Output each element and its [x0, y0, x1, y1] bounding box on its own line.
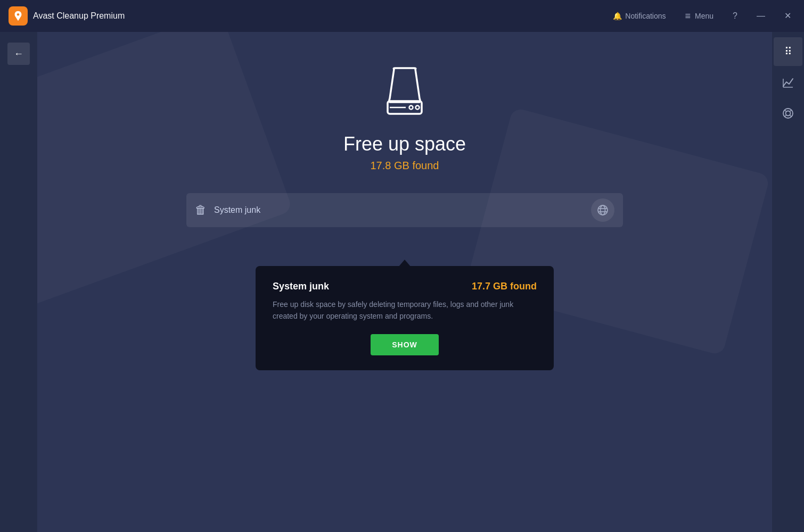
grid-icon: ⠿ — [784, 45, 792, 58]
svg-point-10 — [783, 109, 793, 118]
grid-view-button[interactable]: ⠿ — [774, 37, 802, 66]
svg-line-12 — [785, 110, 786, 112]
help-sidebar-button[interactable] — [774, 99, 802, 128]
menu-icon: ≡ — [685, 11, 692, 22]
svg-point-4 — [598, 205, 608, 215]
help-button[interactable]: ? — [728, 10, 742, 22]
tooltip-title: System junk — [273, 281, 329, 292]
titlebar: Avast Cleanup Premium 🔔 Notifications ≡ … — [0, 0, 804, 32]
show-button[interactable]: SHOW — [371, 334, 439, 355]
notifications-label: Notifications — [625, 12, 666, 20]
main-layout: ← Free up space 17.8 GB found — [0, 32, 804, 532]
avast-logo-icon — [12, 10, 24, 22]
titlebar-actions: 🔔 Notifications ≡ Menu ? — ✕ — [609, 9, 795, 24]
close-button[interactable]: ✕ — [780, 10, 795, 22]
tooltip-header: System junk 17.7 GB found — [273, 281, 537, 292]
svg-point-1 — [409, 106, 413, 110]
chart-icon — [782, 77, 794, 88]
tooltip-amount: 17.7 GB found — [472, 281, 537, 292]
life-preserver-icon — [782, 107, 794, 120]
menu-label: Menu — [695, 12, 713, 20]
svg-line-15 — [790, 115, 791, 117]
hard-drive-icon — [375, 64, 434, 122]
junk-bar-label: System junk — [214, 205, 260, 215]
svg-line-13 — [790, 110, 791, 112]
help-icon: ? — [733, 11, 737, 20]
notifications-button[interactable]: 🔔 Notifications — [609, 10, 670, 22]
system-junk-bar[interactable]: 🗑 System junk — [186, 193, 623, 227]
junk-bar-left: 🗑 System junk — [195, 203, 260, 217]
svg-line-14 — [785, 115, 786, 117]
hero-title: Free up space — [343, 133, 466, 155]
system-junk-tooltip: System junk 17.7 GB found Free up disk s… — [256, 266, 554, 370]
back-arrow-icon: ← — [14, 48, 23, 60]
tooltip-description: Free up disk space by safely deleting te… — [273, 298, 537, 322]
svg-point-11 — [786, 111, 791, 116]
app-logo — [9, 6, 28, 26]
content-area: Free up space 17.8 GB found 🗑 System jun… — [37, 32, 772, 532]
minimize-icon: — — [757, 11, 765, 20]
hero-section: Free up space 17.8 GB found — [343, 64, 466, 172]
menu-button[interactable]: ≡ Menu — [681, 9, 718, 24]
sidebar-left: ← — [0, 32, 37, 532]
junk-settings-icon[interactable] — [591, 198, 614, 222]
trash-icon: 🗑 — [195, 203, 207, 217]
app-title: Avast Cleanup Premium — [33, 11, 609, 21]
hero-subtitle: 17.8 GB found — [371, 160, 439, 172]
chart-view-button[interactable] — [774, 68, 802, 97]
back-button[interactable]: ← — [7, 43, 30, 65]
globe-icon — [596, 204, 609, 217]
close-icon: ✕ — [784, 11, 791, 20]
minimize-button[interactable]: — — [752, 10, 769, 22]
sidebar-right: ⠿ — [772, 32, 804, 532]
svg-point-2 — [415, 106, 419, 110]
svg-point-5 — [601, 205, 605, 215]
bell-icon: 🔔 — [613, 12, 622, 20]
